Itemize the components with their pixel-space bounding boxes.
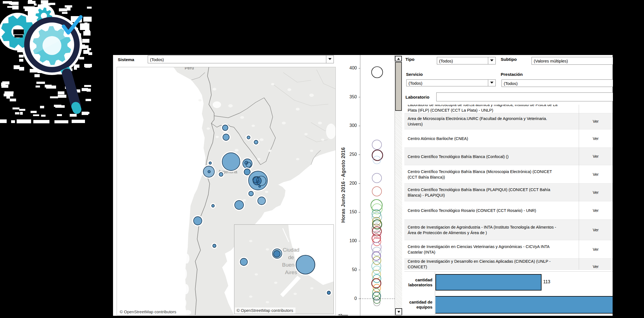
svg-text:de: de (288, 254, 294, 260)
svg-text:Aires: Aires (285, 269, 297, 275)
svg-text:© OpenStreetMap contributors: © OpenStreetMap contributors (120, 309, 176, 314)
svg-text:© OpenStreetMap contributors: © OpenStreetMap contributors (237, 308, 293, 313)
svg-text:Perú: Perú (185, 67, 194, 70)
svg-text:Ciudad: Ciudad (283, 247, 299, 253)
